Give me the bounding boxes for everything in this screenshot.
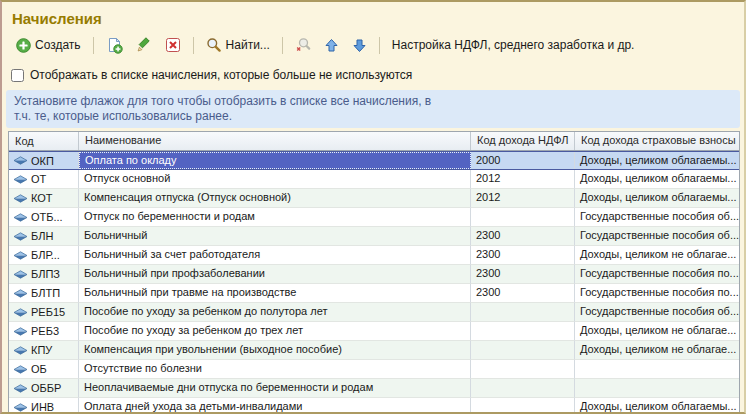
cell-insurance-code[interactable]: Государственные пособия об... — [575, 303, 739, 322]
code-text: БЛН — [31, 230, 53, 242]
clear-find-button[interactable] — [291, 34, 315, 56]
cell-code[interactable]: БЛР... — [9, 246, 79, 265]
cell-name[interactable]: Отсутствие по болезни — [79, 360, 471, 379]
cell-code[interactable]: БЛТП — [9, 284, 79, 303]
table-row[interactable]: РЕБ3Пособие по уходу за ребенком до трех… — [9, 322, 739, 341]
toolbar-separator — [193, 37, 194, 54]
cell-name[interactable]: Оплата по окладу — [79, 152, 471, 169]
show-unused-filter: Отображать в списке начисления, которые … — [11, 67, 744, 83]
cell-name[interactable]: Компенсация отпуска (Отпуск основной) — [79, 189, 471, 208]
cell-name[interactable]: Больничный за счет работодателя — [79, 246, 471, 265]
table-row[interactable]: БЛТПБольничный при травме на производств… — [9, 284, 739, 303]
column-header-ndfl[interactable]: Код дохода НДФЛ — [471, 132, 575, 150]
table-row[interactable]: ИНВОплата дней ухода за детьми-инвалидам… — [9, 398, 739, 414]
cell-insurance-code[interactable]: Доходы, целиком облагаемы... — [575, 398, 739, 414]
table-row[interactable]: БЛНБольничный2300Государственные пособия… — [9, 227, 739, 246]
cell-name[interactable]: Отпуск по беременности и родам — [79, 208, 471, 227]
cell-code[interactable]: ОБ — [9, 360, 79, 379]
toolbar-separator — [282, 37, 283, 54]
cell-insurance-code[interactable]: Доходы, целиком не облагае... — [575, 341, 739, 360]
cell-name[interactable]: Оплата дней ухода за детьми-инвалидами — [79, 398, 471, 414]
copy-button[interactable] — [102, 34, 127, 57]
cell-code[interactable]: ИНВ — [9, 398, 79, 414]
cell-ndfl-code[interactable] — [471, 379, 575, 398]
cell-name[interactable]: Больничный при травме на производстве — [79, 284, 471, 303]
delete-icon — [165, 37, 181, 53]
cell-ndfl-code[interactable] — [471, 322, 575, 341]
cell-code[interactable]: КПУ — [9, 341, 79, 360]
table-row[interactable]: ОКПОплата по окладу2000Доходы, целиком о… — [9, 151, 739, 170]
create-button[interactable]: Создать — [12, 35, 85, 56]
find-button[interactable]: Найти... — [202, 34, 274, 56]
cell-name[interactable]: Больничный при профзаболевании — [79, 265, 471, 284]
cell-insurance-code[interactable]: Государственные пособия об... — [575, 208, 739, 227]
cell-ndfl-code[interactable]: 2000 — [471, 152, 575, 169]
cell-insurance-code[interactable]: Государственные пособия по... — [575, 265, 739, 284]
cell-name[interactable]: Пособие по уходу за ребенком до полутора… — [79, 303, 471, 322]
show-unused-label: Отображать в списке начисления, которые … — [30, 68, 412, 82]
create-icon — [16, 38, 31, 53]
cell-code[interactable]: БЛПЗ — [9, 265, 79, 284]
notice-text: Установите флажок для того чтобы отобраз… — [14, 94, 448, 124]
cell-insurance-code[interactable]: Государственные пособия об... — [575, 227, 739, 246]
cell-insurance-code[interactable]: Доходы, целиком облагаемы... — [575, 152, 739, 169]
cell-insurance-code[interactable]: Государственные пособия по... — [575, 284, 739, 303]
settings-ndfl-button[interactable]: Настройка НДФЛ, среднего заработка и др. — [388, 35, 639, 55]
catalog-item-icon — [14, 232, 27, 241]
cell-code[interactable]: РЕБ3 — [9, 322, 79, 341]
cell-name[interactable]: Отпуск основной — [79, 170, 471, 189]
cell-ndfl-code[interactable] — [471, 360, 575, 379]
cell-code[interactable]: ОББР — [9, 379, 79, 398]
cell-insurance-code[interactable] — [575, 360, 739, 379]
cell-code[interactable]: ОТБ... — [9, 208, 79, 227]
cell-ndfl-code[interactable]: 2300 — [471, 284, 575, 303]
table-row[interactable]: БЛПЗБольничный при профзаболевании2300Го… — [9, 265, 739, 284]
cell-ndfl-code[interactable]: 2012 — [471, 170, 575, 189]
cell-insurance-code[interactable]: Доходы, целиком не облагае... — [575, 246, 739, 265]
cell-code[interactable]: ОТ — [9, 170, 79, 189]
table-row[interactable]: ОТОтпуск основной2012Доходы, целиком обл… — [9, 170, 739, 189]
cell-ndfl-code[interactable] — [471, 208, 575, 227]
catalog-item-icon — [14, 403, 27, 412]
cell-ndfl-code[interactable]: 2300 — [471, 265, 575, 284]
cell-insurance-code[interactable]: Доходы, целиком облагаемы... — [575, 189, 739, 208]
column-header-name[interactable]: Наименование — [79, 132, 471, 150]
cell-insurance-code[interactable] — [575, 379, 739, 398]
code-text: ОТ — [31, 173, 46, 185]
show-unused-checkbox[interactable] — [11, 69, 24, 82]
cell-code[interactable]: КОТ — [9, 189, 79, 208]
catalog-item-icon — [14, 384, 27, 393]
move-up-button[interactable] — [320, 35, 343, 56]
catalog-item-icon — [14, 308, 27, 317]
table-row[interactable]: КОТКомпенсация отпуска (Отпуск основной)… — [9, 189, 739, 208]
cell-ndfl-code[interactable]: 2012 — [471, 189, 575, 208]
cell-insurance-code[interactable]: Доходы, целиком облагаемы... — [575, 170, 739, 189]
cell-name[interactable]: Неоплачиваемые дни отпуска по беременнос… — [79, 379, 471, 398]
cell-ndfl-code[interactable] — [471, 303, 575, 322]
cell-ndfl-code[interactable] — [471, 341, 575, 360]
table-row[interactable]: ОБОтсутствие по болезни — [9, 360, 739, 379]
table-row[interactable]: БЛР...Больничный за счет работодателя230… — [9, 246, 739, 265]
move-down-button[interactable] — [348, 35, 371, 56]
table-row[interactable]: КПУКомпенсация при увольнении (выходное … — [9, 341, 739, 360]
cell-code[interactable]: РЕБ15 — [9, 303, 79, 322]
cell-ndfl-code[interactable]: 2300 — [471, 227, 575, 246]
table-row[interactable]: РЕБ15Пособие по уходу за ребенком до пол… — [9, 303, 739, 322]
column-header-insurance[interactable]: Код дохода страховые взносы — [575, 132, 739, 150]
cell-insurance-code[interactable]: Доходы, целиком не облагае... — [575, 322, 739, 341]
catalog-item-icon — [14, 194, 27, 203]
cell-name[interactable]: Компенсация при увольнении (выходное пос… — [79, 341, 471, 360]
cell-name[interactable]: Пособие по уходу за ребенком до трех лет — [79, 322, 471, 341]
arrow-down-icon — [352, 38, 367, 53]
cell-ndfl-code[interactable]: 2300 — [471, 246, 575, 265]
column-header-code[interactable]: Код — [9, 132, 79, 150]
table-row[interactable]: ОТБ...Отпуск по беременности и родамГосу… — [9, 208, 739, 227]
catalog-item-icon — [14, 156, 27, 165]
table-row[interactable]: ОББРНеоплачиваемые дни отпуска по береме… — [9, 379, 739, 398]
cell-code[interactable]: ОКП — [9, 152, 79, 169]
edit-button[interactable] — [132, 34, 156, 56]
delete-button[interactable] — [161, 34, 185, 56]
cell-name[interactable]: Больничный — [79, 227, 471, 246]
cell-code[interactable]: БЛН — [9, 227, 79, 246]
cell-ndfl-code[interactable] — [471, 398, 575, 414]
